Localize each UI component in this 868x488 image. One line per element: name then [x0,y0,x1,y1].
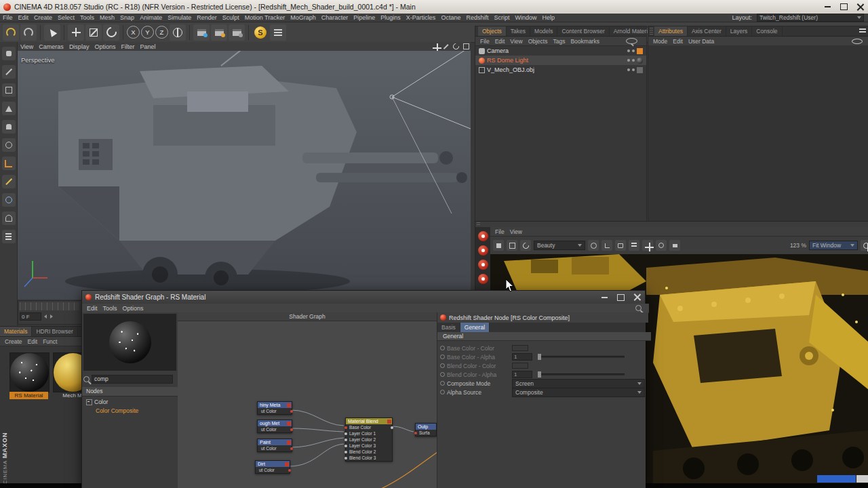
input-port[interactable] [414,432,417,434]
panel-menu-icon[interactable] [859,28,866,34]
render-view-menu-file[interactable]: File [492,228,507,235]
shader-menu-tools[interactable]: Tools [100,304,120,312]
visibility-dot[interactable] [632,49,635,52]
viewport-menu-filter[interactable]: Filter [118,43,137,51]
grid-snap-icon[interactable] [2,230,16,243]
rotate-tool-icon[interactable] [103,24,119,41]
section-general[interactable]: General [437,332,651,341]
camera-move-icon[interactable] [2,47,16,60]
redshift-region-icon[interactable] [478,260,488,270]
object-row-rs-dome-light[interactable]: RS Dome Light [475,56,646,65]
tab-content-browser[interactable]: Content Browser [557,26,609,36]
keyframe-dot[interactable] [440,354,445,359]
composite-mode-dropdown[interactable]: Screen [512,379,645,388]
graph-node-output[interactable]: Outp Surfa [415,423,437,436]
open-image-icon[interactable] [507,240,517,251]
tab-models[interactable]: Models [530,26,557,36]
input-port[interactable] [344,439,347,441]
next-frame-icon[interactable] [50,314,53,319]
viewport-canvas[interactable]: Perspective [18,51,471,300]
display-filter-icon[interactable] [270,24,286,41]
axis-z-toggle[interactable]: Z [155,26,168,39]
search-icon[interactable] [635,305,642,311]
tree-expander-icon[interactable] [86,399,92,405]
prev-frame-icon[interactable] [44,314,47,319]
menu-window[interactable]: Window [512,14,539,22]
attributes-menu-edit[interactable]: Edit [670,38,686,45]
visibility-dot[interactable] [632,68,635,71]
perspective-viewport[interactable]: View Cameras Display Options Filter Pane… [18,42,471,300]
maximize-button[interactable] [835,1,852,12]
tab-attributes[interactable]: Attributes [654,26,688,36]
shader-minimize-button[interactable] [596,292,612,303]
input-port[interactable] [344,445,347,447]
menu-file[interactable]: File [0,14,16,22]
menu-motion-tracker[interactable]: Motion Tracker [242,14,288,22]
tab-materials[interactable]: Materials [0,327,32,336]
viewport-rotate-icon[interactable] [452,43,460,50]
keyframe-dot[interactable] [440,363,445,368]
shader-window-title-bar[interactable]: Redshift Shader Graph - RS Material [82,291,645,304]
snapshot-icon[interactable] [642,240,653,251]
redshift-s-icon[interactable]: S [252,24,269,41]
axis-x-toggle[interactable]: X [127,26,140,39]
shader-menu-edit[interactable]: Edit [84,304,100,312]
objects-menu-view[interactable]: View [507,38,525,45]
menu-pipeline[interactable]: Pipeline [351,14,378,22]
attributes-menu-user-data[interactable]: User Data [686,38,717,45]
render-settings-icon[interactable] [229,24,245,41]
crop-region-icon[interactable] [601,240,612,251]
menu-mograph[interactable]: MoGraph [288,14,319,22]
tab-general[interactable]: General [460,323,490,332]
close-button[interactable] [852,1,868,12]
save-image-icon[interactable] [493,240,504,251]
node-close-icon[interactable] [287,422,291,426]
light-preview-icon[interactable] [637,58,643,64]
axis-y-toggle[interactable]: Y [141,26,154,39]
output-port[interactable] [290,428,293,431]
graph-node-paint[interactable]: Paint ut Color [257,439,292,452]
menu-x-particles[interactable]: X-Particles [403,14,439,22]
lock-icon[interactable] [615,240,626,251]
slider-handle[interactable] [538,371,541,378]
render-tag-icon[interactable] [637,48,643,54]
keyframe-dot[interactable] [440,381,445,386]
input-port[interactable] [344,457,347,460]
ab-compare-icon[interactable] [588,240,599,251]
menu-tools[interactable]: Tools [77,14,97,22]
slider-handle[interactable] [538,354,541,360]
menu-script[interactable]: Script [491,14,512,22]
menu-animate[interactable]: Animate [137,14,165,22]
shader-close-button[interactable] [629,292,645,303]
menu-edit[interactable]: Edit [16,14,32,22]
tree-item-color-composite[interactable]: Color Composite [96,407,138,415]
graph-node-rough-metal[interactable]: ough Met ut Color [257,420,292,433]
alpha-slider[interactable] [538,373,625,375]
menu-render[interactable]: Render [194,14,220,22]
render-view-settings-icon[interactable] [861,240,868,251]
render-view-icon[interactable] [193,24,210,41]
viewport-menu-view[interactable]: View [18,43,36,51]
tab-basis[interactable]: Basis [437,323,460,332]
menu-create[interactable]: Create [31,14,55,22]
live-selection-icon[interactable] [44,24,60,41]
viewport-pan-icon[interactable] [431,43,440,50]
menu-redshift[interactable]: Redshift [463,14,491,22]
visibility-dot[interactable] [627,68,630,71]
node-filter-icon[interactable] [83,376,90,382]
minimize-button[interactable] [819,1,835,12]
render-to-picture-viewer-icon[interactable] [211,24,227,41]
keyframe-dot[interactable] [440,372,445,377]
magnet-tool-icon[interactable] [2,211,16,225]
node-search-input[interactable] [92,375,173,384]
bucket-grid-icon[interactable] [629,240,639,251]
viewport-menu-cameras[interactable]: Cameras [36,43,66,51]
tab-objects[interactable]: Objects [478,26,507,36]
viewport-layout-toggle-icon[interactable] [462,43,471,50]
material-thumbnail-rs-material[interactable] [9,352,50,392]
tab-takes[interactable]: Takes [507,26,530,36]
display-tag-icon[interactable] [637,67,643,73]
menu-select[interactable]: Select [55,14,77,22]
menu-help[interactable]: Help [539,14,557,22]
tree-item-color[interactable]: Color [86,398,108,406]
